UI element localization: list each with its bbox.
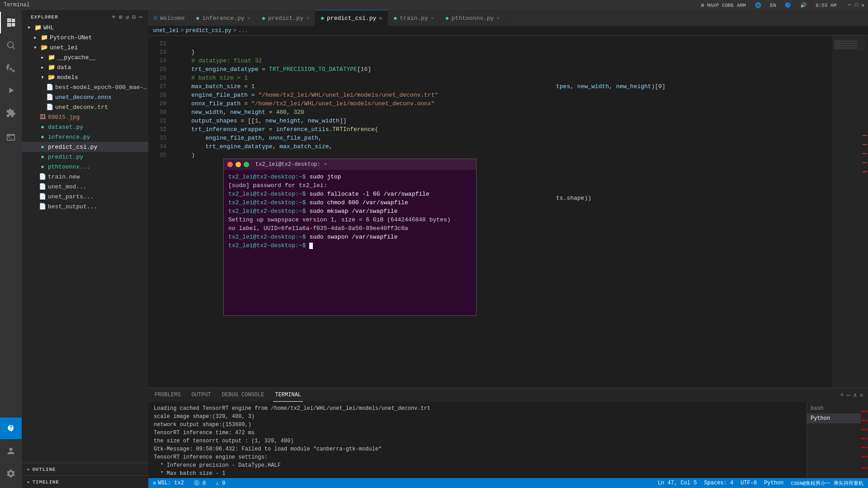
- tree-inference-py[interactable]: ● inference.py: [22, 132, 148, 142]
- line-numbers: 22 23 24 25 26 27 28 29 30 31 32 33 34 3…: [148, 36, 170, 388]
- terminal-overlay[interactable]: tx2_lei@tx2-desktop: ~ tx2_lei@tx2-deskt…: [223, 159, 476, 316]
- extensions-icon[interactable]: [0, 102, 22, 124]
- tree-whl[interactable]: ▾ 📁 WHL: [22, 23, 148, 33]
- run-debug-icon[interactable]: [0, 80, 22, 101]
- breadcrumb-part1[interactable]: unet_lei: [153, 28, 179, 34]
- bash-terminal-tab[interactable]: bash: [807, 404, 861, 413]
- chevron-down-icon: ▾: [25, 24, 33, 31]
- tab-welcome[interactable]: ⊞ Welcome: [148, 10, 190, 26]
- settings-icon[interactable]: [0, 463, 22, 484]
- tree-train-new[interactable]: 📄 train.new: [22, 172, 148, 182]
- tree-best-output[interactable]: 📄 best_output...: [22, 202, 148, 211]
- account-icon[interactable]: [0, 440, 22, 462]
- remote-status[interactable]: ⊙ WSL: tx2: [148, 478, 189, 488]
- timeline-label: TIMELINE: [32, 479, 59, 485]
- error-count[interactable]: ⓪ 0 ⚠ 0: [194, 479, 226, 487]
- tree-unet-deconv-trt[interactable]: 📄 unet_deconv.trt: [22, 102, 148, 112]
- panel-right-controls: + ⋯ ∧ ✕: [840, 391, 863, 399]
- term-output: no label, UUID=6fe11a6a-f035-4da6-8a50-8…: [228, 225, 408, 232]
- pthtoonnx-label: pthtoonnx...: [48, 164, 90, 170]
- tree-unet-lei[interactable]: ▾ 📂 unet_lei: [22, 42, 148, 52]
- term-cmd: sudo swapon /var/swapfile: [309, 234, 397, 240]
- tab-close-icon[interactable]: ✕: [379, 15, 382, 22]
- tab-debug-console[interactable]: DEBUG CONSOLE: [220, 388, 266, 402]
- tab-output[interactable]: OUTPUT: [190, 388, 213, 402]
- window-controls[interactable]: ─ □ ✕: [848, 2, 864, 8]
- tree-pycache[interactable]: ▸ 📁 __pycache__: [22, 52, 148, 62]
- file-icon: 📄: [39, 173, 46, 180]
- explorer-icon[interactable]: [0, 12, 22, 33]
- sidebar-header-icons: + ⊕ ↺ ⊟ ⋯: [112, 14, 143, 21]
- remote-icon[interactable]: [0, 418, 22, 439]
- tab-predict[interactable]: ◆ predict.py ✕: [256, 10, 315, 26]
- search-icon[interactable]: [0, 34, 22, 56]
- tree-dataset-py[interactable]: ● dataset.py: [22, 122, 148, 132]
- outline-label: OUTLINE: [32, 467, 56, 472]
- new-file-icon[interactable]: +: [112, 14, 116, 21]
- sidebar: EXPLORER + ⊕ ↺ ⊟ ⋯ ▾ 📁 WHL ▸ 📁 Pytorch-U…: [22, 10, 148, 488]
- encoding-indicator[interactable]: UTF-8: [741, 480, 757, 486]
- tab-close-icon[interactable]: ✕: [431, 15, 434, 22]
- tree-predict-py[interactable]: ● predict.py: [22, 152, 148, 162]
- tree-data[interactable]: ▸ 📁 data: [22, 62, 148, 72]
- breadcrumb-part3[interactable]: ...: [238, 28, 248, 34]
- tree-best-model[interactable]: 📄 best-model_epoch-000_mae-1.0...: [22, 82, 148, 92]
- status-bar: ⊙ WSL: tx2 ⓪ 0 ⚠ 0 Ln 47, Col 5 Spaces: …: [148, 478, 868, 488]
- terminal-min-btn[interactable]: [236, 162, 241, 167]
- more-icon[interactable]: ⋯: [139, 14, 143, 21]
- chevron-right-icon: ▸: [32, 34, 39, 41]
- new-folder-icon[interactable]: ⊕: [119, 14, 123, 21]
- timeline-header[interactable]: ▸ TIMELINE: [22, 478, 148, 486]
- file-icon: 📄: [39, 183, 46, 190]
- panel-line-7: TensorRT inference engine settings:: [154, 453, 801, 461]
- terminal-max-btn[interactable]: [244, 162, 249, 167]
- cursor-position[interactable]: Ln 47, Col 5: [658, 480, 697, 486]
- spaces-indicator[interactable]: Spaces: 4: [704, 480, 733, 486]
- close-btn[interactable]: ✕: [861, 2, 864, 8]
- tab-close-icon[interactable]: ✕: [496, 15, 500, 22]
- minimap-marker-2: [863, 144, 867, 145]
- tree-pytorch-unet[interactable]: ▸ 📁 Pytorch-UNet: [22, 33, 148, 42]
- tab-terminal[interactable]: TERMINAL: [273, 388, 303, 402]
- chevron-down-icon: ▾: [39, 74, 46, 81]
- tree-pthtoonnx[interactable]: ● pthtoonnx...: [22, 162, 148, 172]
- tree-models[interactable]: ▾ 📂 models: [22, 72, 148, 82]
- tree-unet-deconv-onnx[interactable]: 📄 unet_deconv.onnx: [22, 92, 148, 102]
- minimap[interactable]: ████████████████████████████ ███████████…: [832, 36, 868, 388]
- refresh-icon[interactable]: ↺: [126, 14, 130, 21]
- chevron-down-icon: ▾: [32, 44, 39, 51]
- source-control-icon[interactable]: [0, 57, 22, 79]
- tree-unet-parts[interactable]: 📄 unet_parts...: [22, 192, 148, 202]
- tab-pthtoonnx[interactable]: ◆ pthtoonnx.py ✕: [440, 10, 506, 26]
- more-terminals-icon[interactable]: ⋯: [847, 391, 850, 399]
- panel-maximize-icon[interactable]: ∧: [853, 391, 857, 399]
- outline-header[interactable]: ▸ OUTLINE: [22, 465, 148, 474]
- collapse-icon[interactable]: ⊟: [132, 14, 136, 21]
- tab-pthtoonnx-label: pthtoonnx.py: [452, 15, 494, 22]
- tree-predict-csi-py[interactable]: ● predict_csi.py: [22, 142, 148, 152]
- maximize-btn[interactable]: □: [855, 2, 858, 8]
- scroll-marker-1: [861, 411, 868, 412]
- 69015-label: 69015.jpg: [48, 114, 80, 121]
- file-icon: 📄: [46, 94, 53, 101]
- python-terminal-tab[interactable]: Python: [807, 413, 861, 423]
- panel-scrollbar[interactable]: [861, 402, 868, 478]
- tree-unet-mod[interactable]: 📄 unet_mod...: [22, 182, 148, 192]
- breadcrumb-part2[interactable]: predict_csi.py: [186, 28, 231, 34]
- bottom-activity-icons: [0, 418, 22, 488]
- terminal-close-btn[interactable]: [227, 162, 233, 167]
- minimize-btn[interactable]: ─: [848, 2, 851, 8]
- tab-train[interactable]: ◆ train.py ✕: [388, 10, 439, 26]
- tab-close-icon[interactable]: ✕: [247, 15, 250, 22]
- tab-inference[interactable]: ◆ inference.py ✕: [190, 10, 256, 26]
- remote-icon: ⊙: [153, 480, 156, 487]
- add-terminal-icon[interactable]: +: [840, 391, 844, 399]
- tab-problems[interactable]: PROBLEMS: [153, 388, 183, 402]
- language-indicator[interactable]: Python: [764, 480, 783, 486]
- tab-close-icon[interactable]: ✕: [306, 15, 309, 22]
- panel-close-icon[interactable]: ✕: [860, 391, 863, 399]
- tab-predict-csi[interactable]: ◆ predict_csi.py ✕: [315, 10, 388, 26]
- tree-69015-jpg[interactable]: 🖼 69015.jpg: [22, 112, 148, 122]
- terminal-overlay-body[interactable]: tx2_lei@tx2-desktop:~$ sudo jtop [sudo] …: [224, 170, 476, 315]
- terminal-icon[interactable]: [0, 127, 22, 148]
